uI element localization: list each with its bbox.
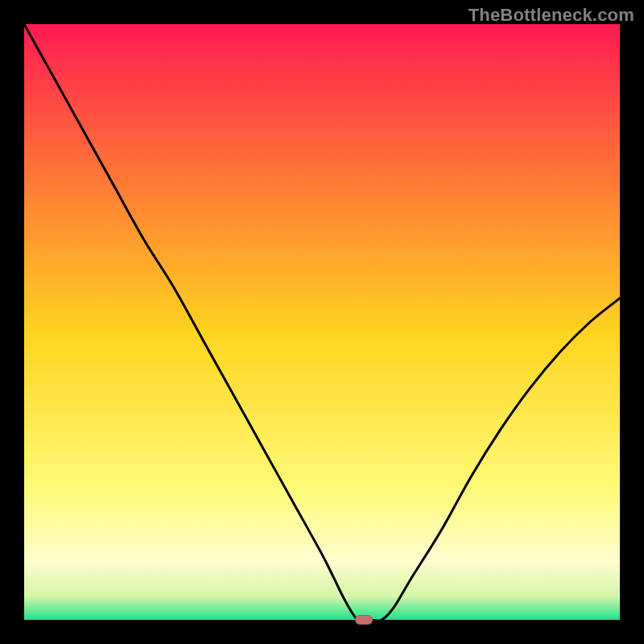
bottleneck-marker	[355, 615, 373, 625]
chart-stage: TheBottleneck.com	[0, 0, 644, 644]
bottleneck-curve	[24, 24, 620, 620]
plot-area	[24, 24, 620, 620]
watermark-text: TheBottleneck.com	[469, 5, 634, 26]
